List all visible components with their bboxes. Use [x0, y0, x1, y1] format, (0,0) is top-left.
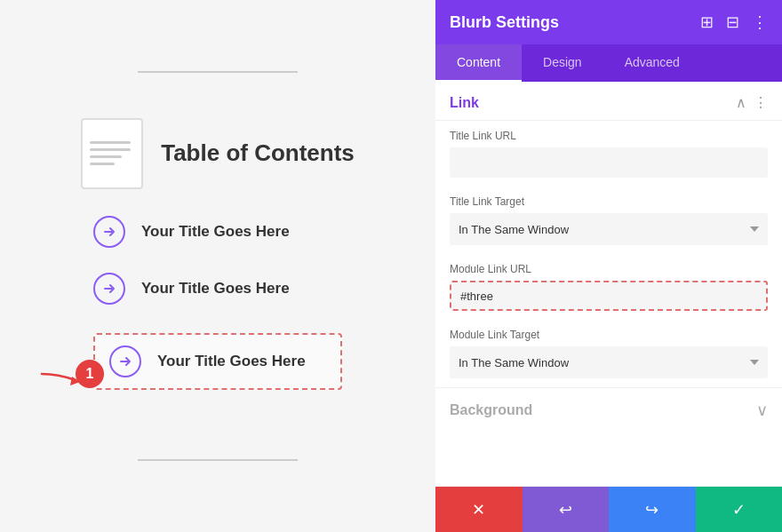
title-link-target-group: Title Link Target In The Same Window In …: [435, 187, 782, 254]
section-header-icons: ∧ ⋮: [736, 94, 768, 111]
module-link-url-group: Module Link URL: [435, 254, 782, 320]
title-link-url-label: Title Link URL: [450, 130, 768, 142]
left-panel: Table of Contents Your Title Goes Here Y…: [0, 0, 435, 532]
divider-bottom: [138, 459, 298, 461]
background-section: Background ∨: [435, 387, 782, 433]
undo-icon: ↩: [559, 500, 572, 520]
step-badge: 1: [76, 360, 104, 388]
divider-top: [138, 71, 298, 73]
expand-background-icon[interactable]: ∨: [756, 401, 768, 420]
blurb-label: Your Title Goes Here: [157, 353, 306, 370]
tab-content[interactable]: Content: [435, 44, 522, 82]
tab-advanced[interactable]: Advanced: [603, 44, 701, 82]
cancel-button[interactable]: ✕: [435, 487, 523, 532]
tab-design[interactable]: Design: [522, 44, 603, 82]
title-link-url-input[interactable]: [450, 147, 768, 178]
blurb-label: Your Title Goes Here: [141, 280, 290, 298]
link-section-header: Link ∧ ⋮: [435, 82, 782, 121]
expand-icon[interactable]: ⊞: [700, 12, 714, 32]
module-link-url-label: Module Link URL: [450, 263, 768, 275]
toc-icon-line: [90, 141, 131, 144]
list-item: Your Title Goes Here: [93, 273, 342, 305]
list-item: Your Title Goes Here: [93, 216, 342, 248]
list-item-selected: Your Title Goes Here: [93, 333, 342, 390]
undo-button[interactable]: ↩: [523, 487, 610, 532]
more-icon[interactable]: ⋮: [752, 12, 768, 32]
grid-icon[interactable]: ⊟: [726, 12, 739, 32]
title-link-target-label: Title Link Target: [450, 195, 768, 208]
save-icon: ✓: [732, 500, 746, 520]
right-panel: Blurb Settings ⊞ ⊟ ⋮ Content Design Adva…: [435, 0, 782, 532]
title-link-url-group: Title Link URL: [435, 121, 782, 187]
toc-icon-line: [90, 163, 115, 165]
tabs: Content Design Advanced: [435, 44, 782, 82]
panel-header: Blurb Settings ⊞ ⊟ ⋮: [435, 0, 782, 44]
header-icons: ⊞ ⊟ ⋮: [700, 12, 768, 32]
background-title: Background: [450, 402, 532, 418]
title-link-target-select[interactable]: In The Same Window In A New Tab: [450, 213, 768, 245]
toc-header: Table of Contents: [81, 118, 355, 189]
panel-body: Link ∧ ⋮ Title Link URL Title Link Targe…: [435, 82, 782, 486]
bottom-bar: ✕ ↩ ↪ ✓: [435, 486, 782, 532]
toc-icon-line: [90, 148, 131, 151]
toc-title: Table of Contents: [161, 139, 355, 167]
collapse-icon[interactable]: ∧: [736, 94, 746, 111]
module-link-target-label: Module Link Target: [450, 329, 768, 341]
section-more-icon[interactable]: ⋮: [754, 94, 768, 111]
content-block: Table of Contents Your Title Goes Here Y…: [81, 118, 355, 415]
module-link-target-select[interactable]: In The Same Window In A New Tab: [450, 346, 768, 378]
toc-icon: [81, 118, 143, 189]
toc-icon-line: [90, 155, 122, 158]
blurb-label: Your Title Goes Here: [141, 223, 290, 241]
link-section-title: Link: [450, 95, 479, 111]
arrow-circle: [93, 216, 125, 248]
arrow-circle: [93, 273, 125, 305]
arrow-circle: [109, 345, 141, 377]
module-link-target-group: Module Link Target In The Same Window In…: [435, 320, 782, 387]
cancel-icon: ✕: [472, 500, 485, 520]
panel-title: Blurb Settings: [450, 13, 559, 32]
redo-button[interactable]: ↪: [609, 487, 696, 532]
save-button[interactable]: ✓: [696, 487, 783, 532]
redo-icon: ↪: [645, 500, 658, 520]
module-link-url-input[interactable]: [450, 281, 768, 311]
